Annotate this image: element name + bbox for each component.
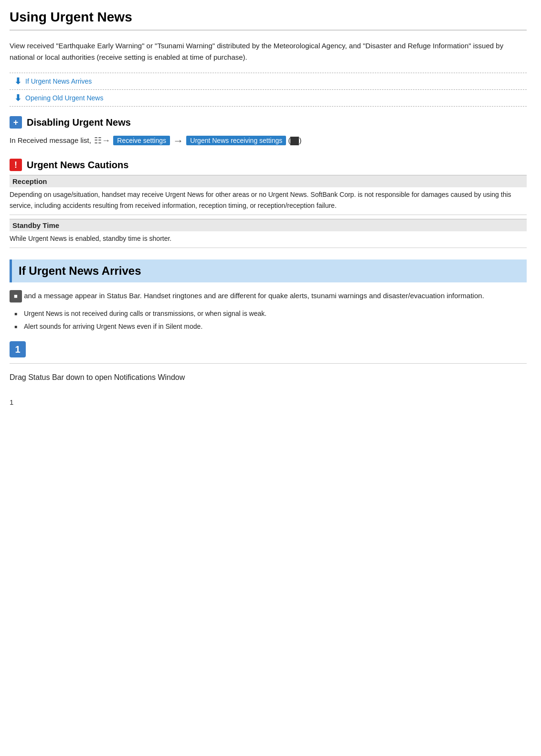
disabling-section-body: In Received message list, ☷→ Receive set… bbox=[10, 132, 527, 149]
disabling-section-title: Disabling Urgent News bbox=[27, 117, 131, 128]
arrow-down-icon: ⬇ bbox=[14, 76, 21, 86]
arrow-right-icon: → bbox=[173, 132, 183, 149]
receive-settings-button[interactable]: Receive settings bbox=[113, 136, 170, 145]
arrives-section-title: If Urgent News Arrives bbox=[19, 264, 520, 278]
bullet-item-silent: Alert sounds for arriving Urgent News ev… bbox=[14, 321, 527, 332]
arrives-content: ■ and a message appear in Status Bar. Ha… bbox=[10, 290, 527, 302]
toc-item[interactable]: ⬇ If Urgent News Arrives bbox=[10, 73, 527, 89]
plus-icon: + bbox=[10, 116, 22, 129]
info-icon: 1 bbox=[10, 341, 26, 357]
black-square-icon bbox=[290, 137, 299, 145]
notification-icon-block: 1 bbox=[10, 341, 527, 364]
arrives-bullet-list: Urgent News is not received during calls… bbox=[10, 308, 527, 332]
bullet-item-calls: Urgent News is not received during calls… bbox=[14, 308, 527, 319]
menu-dots-icon: ☷→ bbox=[94, 134, 110, 148]
arrives-body-text: and a message appear in Status Bar. Hand… bbox=[24, 292, 484, 300]
caution-standby-heading: Standby Time bbox=[10, 219, 527, 231]
page-title: Using Urgent News bbox=[10, 10, 527, 25]
caution-reception-text: Depending on usage/situation, handset ma… bbox=[10, 189, 527, 215]
cautions-section-header: ! Urgent News Cautions bbox=[10, 159, 527, 171]
toc-item[interactable]: ⬇ Opening Old Urgent News bbox=[10, 89, 527, 107]
disabling-section-header: + Disabling Urgent News bbox=[10, 116, 527, 129]
disabling-body-prefix: In Received message list, bbox=[10, 136, 91, 144]
drag-status-bar-text: Drag Status Bar down to open Notificatio… bbox=[10, 371, 527, 384]
exclaim-icon: ! bbox=[10, 159, 22, 171]
intro-text: View received "Earthquake Early Warning"… bbox=[10, 40, 527, 63]
page-number: 1 bbox=[10, 398, 527, 406]
cautions-section-title: Urgent News Cautions bbox=[27, 160, 128, 171]
notification-bar-icon: ■ bbox=[10, 290, 22, 302]
arrow-down-icon: ⬇ bbox=[14, 93, 21, 103]
urgent-news-settings-button[interactable]: Urgent News receiving settings bbox=[186, 136, 286, 145]
toc-link-if-urgent[interactable]: If Urgent News Arrives bbox=[25, 77, 92, 85]
caution-standby-text: While Urgent News is enabled, standby ti… bbox=[10, 233, 527, 248]
cautions-section: ! Urgent News Cautions Reception Dependi… bbox=[10, 159, 527, 248]
caution-reception-heading: Reception bbox=[10, 175, 527, 187]
toc-section: ⬇ If Urgent News Arrives ⬇ Opening Old U… bbox=[10, 73, 527, 107]
arrives-section-bar: If Urgent News Arrives bbox=[10, 259, 527, 282]
title-divider bbox=[10, 30, 527, 31]
toc-link-opening-old[interactable]: Opening Old Urgent News bbox=[25, 94, 103, 102]
